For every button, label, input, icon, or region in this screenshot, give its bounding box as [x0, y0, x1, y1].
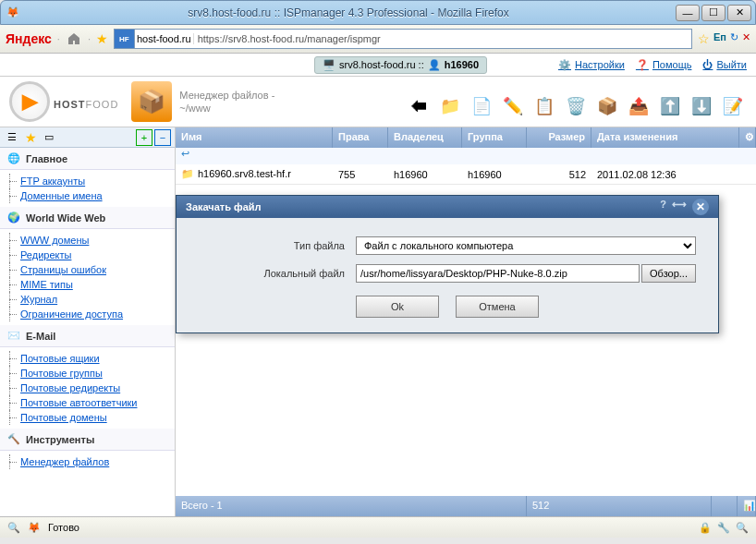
close-button[interactable]: ✕ — [727, 5, 751, 21]
properties-button[interactable]: 📝 — [719, 92, 747, 120]
sidebar-item[interactable]: Ограничение доступа — [0, 307, 175, 321]
settings-link[interactable]: ⚙️Настройки — [558, 59, 625, 71]
firefox-icon: 🦊 — [5, 5, 21, 21]
exit-link[interactable]: ⏻Выйти — [702, 59, 747, 70]
sidebar-item[interactable]: Почтовые домены — [0, 410, 175, 425]
stop-icon[interactable]: ✕ — [742, 31, 750, 46]
expand-icon[interactable]: + — [136, 129, 152, 146]
upload-dialog: Закачать файл ? ⟷ ✕ Тип файла Файл с лок… — [176, 195, 719, 333]
archive-button[interactable]: 📦 — [593, 92, 621, 120]
dialog-titlebar[interactable]: Закачать файл ? ⟷ ✕ — [177, 196, 718, 218]
sidebar-item[interactable]: Почтовые редиректы — [0, 381, 175, 395]
copy-button[interactable]: 📋 — [530, 92, 558, 120]
sidebar-item[interactable]: Страницы ошибок — [0, 262, 175, 277]
col-size[interactable]: Размер — [527, 127, 591, 148]
url-path: https://srv8.host-food.ru/manager/ispmgr — [194, 33, 384, 44]
user-badge: 🖥️ srv8.host-food.ru :: 👤 h16960 — [314, 56, 487, 74]
bookmark-icon[interactable]: ★ — [96, 31, 108, 46]
maximize-button[interactable]: ☐ — [701, 5, 726, 21]
yandex-logo[interactable]: Яндекс — [6, 31, 52, 46]
sidebar-item[interactable]: WWW домены — [0, 233, 175, 248]
star-icon[interactable]: ☆ — [698, 31, 710, 46]
sidebar-item[interactable]: Доменные имена — [0, 188, 175, 203]
user-icon: 👤 — [428, 59, 441, 71]
cancel-button[interactable]: Отмена — [456, 296, 539, 318]
sidebar-item[interactable]: Почтовые автоответчики — [0, 395, 175, 410]
sidebar-item[interactable]: MIME типы — [0, 277, 175, 292]
tools-icon[interactable]: 🔧 — [717, 522, 730, 534]
ok-button[interactable]: Ok — [356, 296, 439, 318]
sidebar-item[interactable]: Редиректы — [0, 248, 175, 262]
col-owner[interactable]: Владелец — [388, 127, 462, 148]
col-settings-icon[interactable]: ⚙ — [739, 127, 756, 148]
column-header: Имя Права Владелец Группа Размер Дата из… — [176, 127, 756, 148]
help-link[interactable]: ❓Помощь — [636, 59, 692, 71]
file-type-label: Тип файла — [199, 240, 356, 251]
tab-list-icon[interactable]: ☰ — [4, 129, 20, 146]
globe-icon: 🌐 — [7, 152, 20, 164]
lock-icon: 🔒 — [699, 522, 712, 534]
zoom-icon[interactable]: 🔍 — [736, 522, 749, 534]
col-date[interactable]: Дата изменения — [591, 127, 739, 148]
window-title: srv8.host-food.ru :: ISPmanager 4.3 Prof… — [21, 6, 676, 19]
sidebar-section[interactable]: 🌍World Wide Web — [0, 207, 175, 229]
sidebar-tabs: ☰ ★ ▭ + − — [0, 127, 175, 148]
sidebar-section[interactable]: 🌐Главное — [0, 148, 175, 170]
file-type-select[interactable]: Файл с локального компьютера — [356, 236, 696, 255]
site-favicon: HF — [115, 30, 135, 48]
tab-favorites-icon[interactable]: ★ — [22, 129, 39, 146]
col-name[interactable]: Имя — [176, 127, 333, 148]
sidebar-item[interactable]: Менеджер файлов — [0, 454, 175, 469]
upload-button[interactable]: ⬆️ — [656, 92, 684, 120]
sidebar-item[interactable]: Журнал — [0, 292, 175, 307]
tab-panel-icon[interactable]: ▭ — [41, 129, 57, 146]
local-file-label: Локальный файл — [199, 268, 356, 279]
status-total: Всего - 1 — [176, 496, 527, 516]
server-icon: 🖥️ — [323, 59, 335, 71]
status-bar: Всего - 1 512 📊 — [176, 496, 756, 516]
download-button[interactable]: ⬇️ — [688, 92, 715, 120]
collapse-icon[interactable]: − — [154, 129, 171, 146]
folder-icon: 📁 — [181, 168, 194, 179]
firefox-status-icon: 🦊 — [28, 522, 41, 534]
col-group[interactable]: Группа — [462, 127, 527, 148]
up-folder-row[interactable]: ↩ — [176, 148, 756, 164]
browser-status-bar: 🔍 🦊 Готово 🔒 🔧 🔍 — [0, 516, 756, 538]
help-icon: ❓ — [636, 59, 649, 71]
www-icon: 🌍 — [7, 212, 20, 224]
new-file-button[interactable]: 📄 — [468, 92, 495, 120]
url-bar[interactable]: HF host-food.ru https://srv8.host-food.r… — [114, 29, 692, 49]
browser-toolbar: Яндекс · · ★ HF host-food.ru https://srv… — [0, 25, 756, 54]
header: ▶ HOSTFOOD 📦 Менеджер файлов - ~/www 🡄 📁… — [0, 77, 756, 127]
table-row[interactable]: 📁h16960.srv8.test-hf.r755h16960h16960512… — [176, 164, 756, 185]
file-manager-icon: 📦 — [131, 81, 172, 122]
power-icon: ⏻ — [702, 59, 713, 70]
home-icon[interactable] — [66, 30, 82, 47]
toolbar: 🡄 📁 📄 ✏️ 📋 🗑️ 📦 📤 ⬆️ ⬇️ 📝 — [405, 83, 747, 120]
col-perms[interactable]: Права — [333, 127, 388, 148]
edit-button[interactable]: ✏️ — [499, 92, 527, 120]
dialog-expand-icon[interactable]: ⟷ — [672, 199, 687, 215]
back-button[interactable]: 🡄 — [405, 92, 433, 120]
sidebar-item[interactable]: FTP аккаунты — [0, 174, 175, 188]
dialog-close-icon[interactable]: ✕ — [692, 199, 709, 215]
tools-icon: 🔨 — [7, 433, 20, 445]
sidebar-section[interactable]: ✉️E-Mail — [0, 325, 175, 347]
local-file-input[interactable] — [356, 264, 640, 283]
sidebar-item[interactable]: Почтовые ящики — [0, 351, 175, 366]
search-icon[interactable]: 🔍 — [7, 522, 20, 534]
sidebar-item[interactable]: Почтовые группы — [0, 366, 175, 381]
extract-button[interactable]: 📤 — [625, 92, 652, 120]
page-title: Менеджер файлов - ~/www — [179, 89, 274, 115]
new-folder-button[interactable]: 📁 — [436, 92, 464, 120]
window-titlebar: 🦊 srv8.host-food.ru :: ISPmanager 4.3 Pr… — [0, 0, 756, 25]
hostfood-logo: ▶ HOSTFOOD — [9, 81, 118, 122]
sidebar-section[interactable]: 🔨Инструменты — [0, 429, 175, 451]
browse-button[interactable]: Обзор... — [641, 264, 696, 283]
dialog-help-icon[interactable]: ? — [660, 199, 666, 215]
translate-icon[interactable]: Eп — [713, 31, 726, 46]
export-icon[interactable]: 📊 — [738, 496, 756, 516]
reload-icon[interactable]: ↻ — [730, 31, 738, 46]
minimize-button[interactable]: — — [676, 5, 700, 21]
delete-button[interactable]: 🗑️ — [562, 92, 590, 120]
